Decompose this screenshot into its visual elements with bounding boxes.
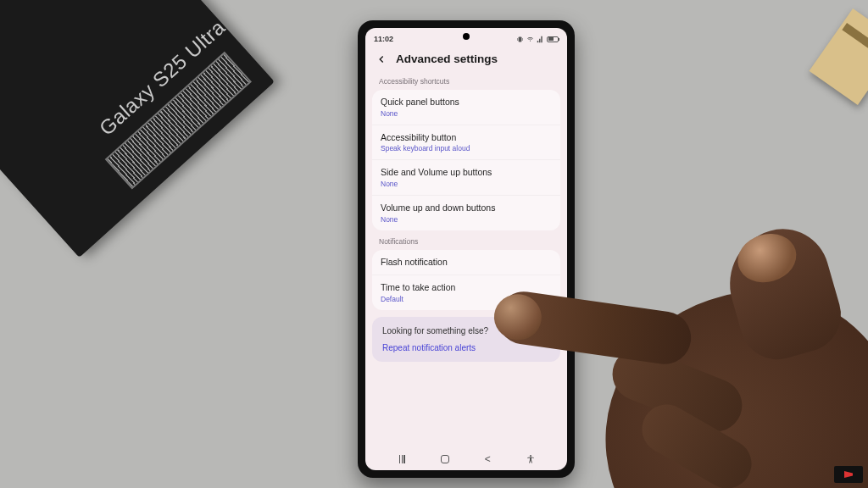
setting-sub: None	[381, 180, 552, 188]
page-title: Advanced settings	[396, 53, 498, 65]
front-camera	[463, 33, 470, 40]
wooden-clip	[810, 8, 868, 105]
wifi-icon	[526, 36, 534, 43]
setting-title: Time to take action	[381, 282, 552, 294]
suggestion-heading: Looking for something else?	[382, 326, 550, 336]
product-box: Galaxy S25 Ultra	[0, 0, 275, 258]
nav-accessibility-button[interactable]	[525, 453, 537, 465]
shortcuts-card: Quick panel buttons None Accessibility b…	[372, 90, 560, 230]
setting-sub: None	[381, 109, 552, 118]
phone-frame: 11:02 Advanced settings Accessibility sh…	[358, 20, 575, 478]
setting-time-to-take-action[interactable]: Time to take action Default	[372, 275, 560, 310]
suggestion-card: Looking for something else? Repeat notif…	[372, 317, 560, 362]
setting-quick-panel-buttons[interactable]: Quick panel buttons None	[372, 90, 560, 125]
signal-icon	[537, 36, 544, 43]
svg-rect-2	[522, 38, 523, 41]
nav-recents-button[interactable]	[396, 453, 408, 465]
system-nav-bar: <	[365, 448, 567, 470]
page-header: Advanced settings	[365, 47, 567, 74]
setting-sub: Speak keyboard input aloud	[381, 144, 552, 152]
nav-home-button[interactable]	[439, 453, 451, 465]
vibrate-icon	[516, 36, 524, 43]
svg-point-3	[530, 455, 531, 457]
setting-title: Side and Volume up buttons	[381, 167, 552, 179]
notifications-card: Flash notification Time to take action D…	[372, 250, 560, 310]
setting-title: Accessibility button	[381, 132, 552, 144]
suggestion-link-repeat-alerts[interactable]: Repeat notification alerts	[382, 343, 550, 352]
setting-title: Flash notification	[381, 257, 552, 269]
video-watermark	[834, 466, 863, 483]
section-label-shortcuts: Accessibility shortcuts	[372, 74, 560, 90]
setting-title: Quick panel buttons	[381, 97, 552, 108]
nav-back-button[interactable]: <	[481, 453, 493, 465]
setting-sub: Default	[381, 295, 552, 303]
status-time: 11:02	[374, 35, 393, 43]
setting-side-volume-up[interactable]: Side and Volume up buttons None	[372, 160, 560, 196]
setting-flash-notification[interactable]: Flash notification	[372, 250, 560, 276]
back-icon[interactable]	[376, 53, 387, 65]
setting-accessibility-button[interactable]: Accessibility button Speak keyboard inpu…	[372, 125, 560, 161]
setting-sub: None	[381, 215, 552, 224]
svg-rect-1	[517, 38, 518, 41]
phone-screen: 11:02 Advanced settings Accessibility sh…	[365, 28, 567, 470]
battery-icon	[547, 36, 559, 42]
status-icons	[516, 36, 559, 43]
setting-title: Volume up and down buttons	[381, 202, 552, 214]
settings-content[interactable]: Accessibility shortcuts Quick panel butt…	[365, 74, 567, 448]
setting-volume-up-down[interactable]: Volume up and down buttons None	[372, 196, 560, 230]
section-label-notifications: Notifications	[372, 234, 560, 250]
svg-rect-0	[519, 36, 522, 42]
